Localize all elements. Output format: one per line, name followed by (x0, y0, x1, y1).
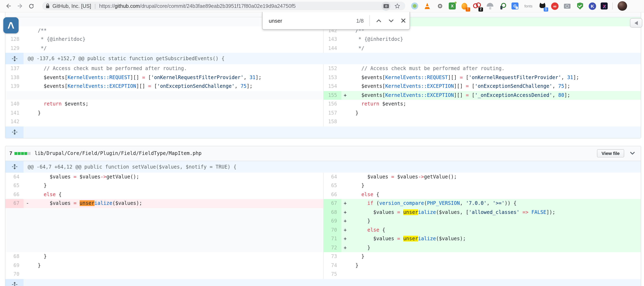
badge: ! (466, 7, 470, 11)
line-number[interactable]: 142 (5, 118, 24, 126)
line-number[interactable]: 141 (5, 109, 24, 118)
forward-arrow-icon (16, 2, 23, 9)
line-number[interactable]: 154 (323, 82, 341, 91)
line-number[interactable]: 71 (323, 235, 341, 243)
line-number[interactable]: 144 (323, 44, 341, 53)
line-number[interactable]: 69 (323, 217, 341, 226)
app-badge-logo[interactable] (3, 17, 18, 33)
collapse-panel-tab[interactable] (630, 18, 642, 28)
diff-row: 69+ } (5, 217, 641, 226)
code-line (24, 91, 323, 100)
line-number[interactable]: 129 (5, 44, 24, 53)
k-circle-icon[interactable]: K (589, 2, 596, 10)
line-number[interactable]: 155 (323, 91, 341, 100)
line-number[interactable]: 64 (323, 172, 341, 181)
search-by-image-button[interactable] (382, 1, 390, 10)
find-input[interactable]: unser (262, 17, 356, 24)
line-number[interactable]: 68 (323, 208, 341, 217)
diff-marker: + (344, 226, 346, 235)
line-number[interactable]: 74 (323, 261, 341, 270)
camera-icon[interactable] (563, 2, 571, 10)
chevron-down-icon (630, 152, 635, 155)
unfold-button[interactable] (5, 53, 24, 64)
line-number[interactable]: 139 (5, 82, 24, 91)
line-number[interactable]: 157 (323, 109, 341, 118)
line-number[interactable]: 73 (323, 252, 341, 261)
unfold-button[interactable] (5, 279, 24, 286)
bookmark-button[interactable] (392, 1, 402, 11)
line-number[interactable]: 138 (5, 73, 24, 82)
diff-marker: + (344, 208, 346, 217)
line-number[interactable] (5, 91, 24, 100)
diff-marker: + (344, 235, 346, 243)
line-number[interactable]: 128 (5, 35, 24, 44)
view-file-button[interactable]: View file (597, 149, 624, 157)
vlc-cone-icon[interactable] (423, 2, 432, 10)
line-number[interactable]: 137 (5, 64, 24, 73)
line-number[interactable]: 67 (5, 199, 24, 208)
line-number[interactable]: 69 (5, 261, 24, 270)
line-number[interactable]: 158 (323, 118, 341, 126)
red-rings-icon[interactable]: 2 (473, 2, 481, 10)
gear-icon[interactable] (436, 2, 444, 10)
find-close-button[interactable] (397, 14, 410, 27)
line-number[interactable] (5, 243, 24, 252)
refresh-button[interactable] (26, 0, 37, 12)
diff-row: 68 }73 } (5, 252, 641, 261)
magnifier-person-icon[interactable] (499, 2, 507, 10)
line-number[interactable]: 153 (323, 73, 341, 82)
file-menu-button[interactable] (630, 152, 635, 155)
code-line: } (24, 109, 323, 118)
back-button[interactable] (2, 0, 14, 12)
profile-avatar[interactable] (618, 1, 627, 11)
circle-extension-icon[interactable] (410, 2, 418, 10)
diff-row: 7075 (5, 270, 641, 279)
fonts-icon[interactable]: fonts (523, 2, 534, 10)
line-number[interactable]: 152 (323, 64, 341, 73)
code-line: // Access check must be performed after … (341, 64, 641, 73)
infinity-icon[interactable]: ∞ (551, 2, 558, 10)
code-line: } (341, 261, 641, 270)
translate-icon[interactable]: G (512, 2, 518, 9)
code-line: $events[KernelEvents::REQUEST][] = ['onK… (341, 73, 641, 82)
line-number[interactable]: 65 (5, 181, 24, 190)
file-diff: + /**142 /**128 * {@inheritdoc}143 * {@i… (5, 12, 641, 138)
line-number[interactable] (5, 226, 24, 235)
chevron-down-icon (388, 19, 394, 22)
refresh-icon (28, 3, 35, 9)
line-number[interactable]: 156 (323, 100, 341, 109)
forward-button[interactable] (14, 0, 26, 12)
line-number[interactable]: 68 (5, 252, 24, 261)
find-next-button[interactable] (385, 14, 397, 27)
shield-check-icon[interactable] (576, 2, 584, 10)
line-number[interactable]: 72 (323, 243, 341, 252)
omnibox[interactable]: GitHub, Inc. [US] | https://github.com/d… (42, 2, 406, 10)
line-number[interactable]: 66 (5, 190, 24, 199)
unfold-button[interactable] (5, 126, 24, 138)
diff-row: 64 $values = $values->getValue();64 $val… (5, 172, 641, 181)
unfold-button[interactable] (5, 161, 24, 172)
line-number[interactable]: 140 (5, 100, 24, 109)
line-number[interactable]: 70 (5, 270, 24, 279)
line-number[interactable] (5, 235, 24, 243)
line-number[interactable]: 75 (323, 270, 341, 279)
orange-blob-icon[interactable]: ! (460, 2, 468, 10)
code-line: $events[KernelEvents::REQUEST][] = ['onK… (24, 73, 323, 82)
find-prev-button[interactable] (372, 14, 385, 27)
hunk-header-text (24, 279, 641, 286)
line-number[interactable] (5, 217, 24, 226)
line-number[interactable]: 67 (323, 199, 341, 208)
cat-icon[interactable]: 1 (538, 2, 546, 10)
green-x-icon[interactable]: X (449, 2, 456, 9)
line-number[interactable]: 64 (5, 172, 24, 181)
line-number[interactable]: 66 (323, 190, 341, 199)
diff-marker: + (344, 91, 346, 100)
line-number[interactable]: 65 (323, 181, 341, 190)
line-number[interactable]: 70 (323, 226, 341, 235)
parachute-icon[interactable] (486, 2, 494, 10)
line-number[interactable]: 143 (323, 35, 341, 44)
diffstat-block (28, 152, 30, 155)
diff-row: 140 return $events;156 return $events; (5, 100, 641, 109)
x-square-icon[interactable]: X (601, 2, 608, 9)
line-number[interactable] (5, 208, 24, 217)
